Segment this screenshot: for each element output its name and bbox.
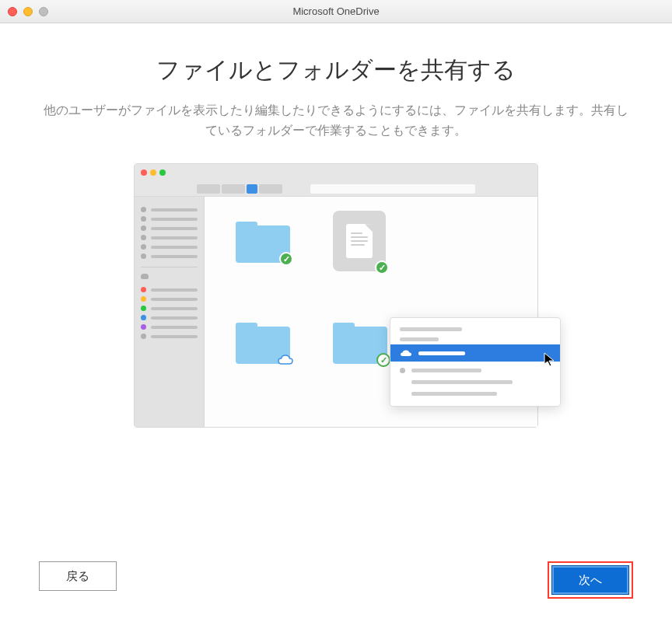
sync-complete-badge-icon: ✓: [375, 260, 389, 274]
illustration-toolbar-segment: [259, 184, 282, 194]
cloud-only-badge-icon: [278, 355, 293, 365]
traffic-lights: [8, 7, 48, 16]
cursor-icon: [544, 352, 556, 368]
zoom-window-button: [39, 7, 48, 16]
window-title: Microsoft OneDrive: [0, 5, 672, 17]
illustration-sidebar: [135, 197, 205, 427]
page-heading: ファイルとフォルダーを共有する: [39, 54, 633, 86]
illustration-menu-item-share: [390, 344, 560, 362]
close-window-button[interactable]: [8, 7, 17, 16]
cloud-icon: [141, 274, 149, 279]
illustration-search-field: [310, 184, 475, 194]
folder-icon: ✓: [333, 321, 387, 364]
illustration-zoom-icon: [159, 169, 166, 176]
illustration-finder-window: ✓ ✓: [134, 163, 538, 428]
back-button[interactable]: 戻る: [39, 561, 117, 591]
onedrive-icon: [400, 349, 412, 357]
document-icon: ✓: [333, 211, 386, 271]
window-titlebar: Microsoft OneDrive: [0, 0, 672, 23]
illustration-minimize-icon: [150, 169, 156, 176]
next-button-highlight: 次へ: [548, 561, 633, 599]
illustration-titlebar: [135, 164, 537, 181]
minimize-window-button[interactable]: [23, 7, 33, 16]
page-subtitle: 他のユーザーがファイルを表示したり編集したりできるようにするには、ファイルを共有…: [39, 100, 633, 140]
illustration-toolbar: [135, 181, 537, 197]
next-button[interactable]: 次へ: [551, 565, 629, 595]
folder-icon: ✓: [236, 220, 290, 263]
illustration-toolbar-segment-active: [247, 184, 257, 194]
illustration-toolbar-segment: [222, 184, 245, 194]
sync-available-badge-icon: ✓: [376, 353, 390, 367]
illustration-toolbar-segment: [197, 184, 220, 194]
illustration-close-icon: [141, 169, 147, 176]
folder-icon: [236, 321, 290, 364]
sync-complete-badge-icon: ✓: [279, 252, 293, 266]
footer-buttons: 戻る 次へ: [0, 561, 672, 599]
illustration-file-view: ✓ ✓: [205, 197, 537, 427]
content-area: ファイルとフォルダーを共有する 他のユーザーがファイルを表示したり編集したりでき…: [0, 23, 672, 428]
illustration-context-menu: [390, 317, 561, 407]
